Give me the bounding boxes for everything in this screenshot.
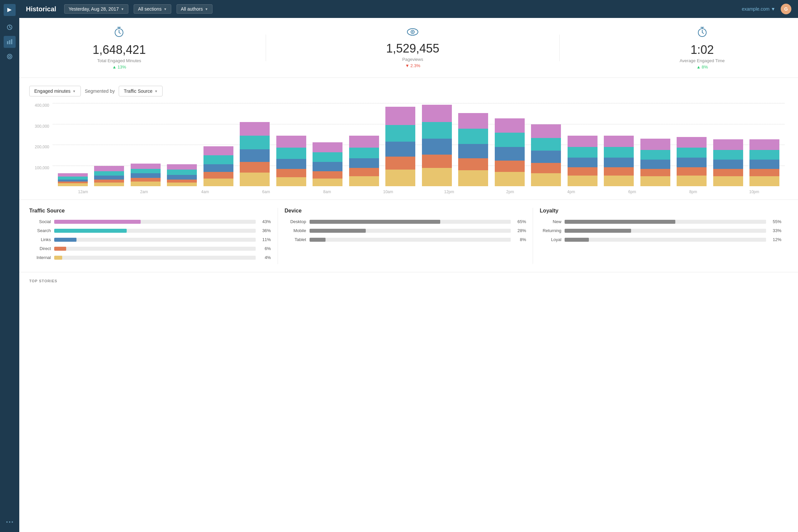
date-dropdown-arrow: ▼ bbox=[121, 7, 124, 11]
bar-segment-17-1 bbox=[677, 167, 706, 175]
bar-segment-13-1 bbox=[531, 163, 561, 174]
bar-group-14 bbox=[565, 103, 600, 186]
bar-segment-1-4 bbox=[94, 166, 124, 171]
bar-segment-17-2 bbox=[677, 158, 706, 168]
bar-group-18 bbox=[710, 103, 746, 186]
panel-bar-track bbox=[309, 229, 511, 233]
bar-segment-9-4 bbox=[385, 107, 415, 125]
engaged-minutes-icon bbox=[113, 26, 125, 40]
panel-row-label: Direct bbox=[29, 246, 51, 251]
bar-segment-4-4 bbox=[204, 146, 233, 155]
topnav: Historical Yesterday, Aug 28, 2017 ▼ All… bbox=[19, 0, 798, 18]
avatar[interactable]: G bbox=[781, 4, 791, 14]
bar-segment-7-2 bbox=[312, 162, 342, 171]
panel-bar-fill bbox=[54, 238, 76, 242]
panel-pct-label: 6% bbox=[259, 246, 271, 251]
bar-segment-8-4 bbox=[349, 136, 379, 148]
date-dropdown[interactable]: Yesterday, Aug 28, 2017 ▼ bbox=[64, 4, 128, 14]
sections-dropdown[interactable]: All sections ▼ bbox=[134, 4, 171, 14]
bar-segment-6-2 bbox=[276, 159, 306, 169]
bar-segment-14-3 bbox=[568, 147, 597, 158]
stat-divider-2 bbox=[559, 35, 559, 61]
bar-segment-9-3 bbox=[385, 125, 415, 141]
panel-row: Social43% bbox=[29, 219, 271, 224]
bar-group-15 bbox=[602, 103, 637, 186]
sidebar-logo[interactable] bbox=[4, 4, 16, 16]
panel-bar-fill bbox=[565, 229, 631, 233]
panel-bar-track bbox=[309, 238, 511, 242]
panel-pct-label: 65% bbox=[514, 219, 526, 224]
panel-bar-track bbox=[54, 220, 256, 224]
bar-group-9 bbox=[383, 103, 418, 186]
bar-segment-17-3 bbox=[677, 148, 706, 158]
panel-row-label: Desktop bbox=[285, 219, 306, 224]
bar-group-3 bbox=[165, 103, 200, 186]
bar-segment-0-0 bbox=[58, 183, 88, 186]
bar-group-11 bbox=[456, 103, 491, 186]
bar-group-5 bbox=[238, 103, 273, 186]
panel-bar-fill bbox=[54, 247, 66, 251]
svg-point-17 bbox=[412, 31, 413, 33]
panel-row-label: Loyal bbox=[540, 237, 561, 242]
svg-point-6 bbox=[7, 54, 12, 59]
panel-row: Links11% bbox=[29, 237, 271, 242]
bottom-panels: Traffic Source Social43%Search36%Links11… bbox=[19, 200, 798, 272]
chart-container: 400,000 300,000 200,000 100,000 12am 2 bbox=[29, 103, 788, 196]
bar-segment-18-4 bbox=[713, 139, 743, 150]
bar-segment-4-0 bbox=[204, 178, 233, 186]
authors-dropdown[interactable]: All authors ▼ bbox=[176, 4, 212, 14]
bar-segment-19-2 bbox=[749, 159, 779, 169]
bar-group-12 bbox=[492, 103, 527, 186]
bar-segment-1-1 bbox=[94, 179, 124, 183]
pageviews-label: Pageviews bbox=[402, 57, 423, 62]
bar-segment-11-0 bbox=[458, 170, 488, 186]
engaged-minutes-value: 1,648,421 bbox=[92, 43, 146, 57]
bar-segment-6-0 bbox=[276, 177, 306, 186]
segment-dropdown[interactable]: Traffic Source ▼ bbox=[119, 86, 163, 96]
panel-pct-label: 4% bbox=[259, 255, 271, 260]
bar-segment-12-1 bbox=[495, 160, 525, 172]
metric-label: Engaged minutes bbox=[34, 89, 71, 94]
bar-group-1 bbox=[92, 103, 127, 186]
bar-segment-2-1 bbox=[131, 178, 160, 182]
panel-bar-fill bbox=[309, 238, 325, 242]
bar-segment-14-4 bbox=[568, 136, 597, 147]
panel-bar-fill bbox=[54, 220, 141, 224]
avg-time-icon bbox=[696, 26, 708, 40]
bar-segment-11-3 bbox=[458, 129, 488, 144]
stat-engaged-minutes: 1,648,421 Total Engaged Minutes ▲ 13% bbox=[92, 26, 146, 70]
panel-bar-fill bbox=[309, 229, 366, 233]
bar-segment-5-4 bbox=[240, 122, 270, 136]
metric-dropdown[interactable]: Engaged minutes ▼ bbox=[29, 86, 81, 96]
bar-segment-16-4 bbox=[640, 139, 670, 150]
panel-row: Internal4% bbox=[29, 255, 271, 260]
bar-segment-3-3 bbox=[167, 170, 197, 175]
bar-group-13 bbox=[529, 103, 564, 186]
chart-controls: Engaged minutes ▼ Segmented by Traffic S… bbox=[29, 86, 788, 96]
panel-bar-track bbox=[54, 247, 256, 251]
bar-segment-13-2 bbox=[531, 151, 561, 163]
sidebar-icon-realtime[interactable] bbox=[4, 21, 16, 33]
domain-selector[interactable]: example.com ▼ bbox=[742, 6, 775, 12]
traffic-source-rows: Social43%Search36%Links11%Direct6%Intern… bbox=[29, 219, 271, 260]
bar-segment-10-3 bbox=[422, 122, 452, 139]
panel-row-label: Internal bbox=[29, 255, 51, 260]
panel-row: Direct6% bbox=[29, 246, 271, 251]
bar-segment-15-4 bbox=[604, 136, 634, 147]
bar-segment-6-3 bbox=[276, 148, 306, 159]
bar-group-4 bbox=[201, 103, 236, 186]
sidebar-icon-campaigns[interactable] bbox=[4, 51, 16, 62]
y-label-200k: 200,000 bbox=[35, 145, 49, 149]
sidebar-icon-more[interactable] bbox=[4, 516, 16, 528]
bar-segment-15-1 bbox=[604, 167, 634, 175]
bar-segment-7-0 bbox=[312, 178, 342, 186]
bar-segment-13-0 bbox=[531, 173, 561, 186]
segmented-by-label: Segmented by bbox=[85, 89, 115, 94]
bar-segment-16-3 bbox=[640, 150, 670, 160]
metric-arrow: ▼ bbox=[73, 90, 76, 93]
panel-row-label: Search bbox=[29, 228, 51, 233]
sidebar-icon-historical[interactable] bbox=[4, 36, 16, 48]
bar-segment-5-0 bbox=[240, 173, 270, 186]
top-stories-section: TOP STORIES bbox=[19, 272, 798, 290]
panel-pct-label: 11% bbox=[259, 237, 271, 242]
